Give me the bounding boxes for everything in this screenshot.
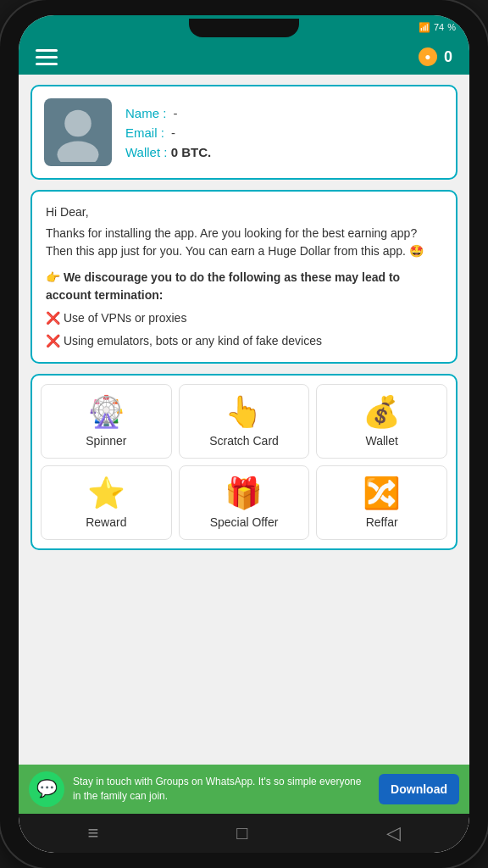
reffar-button[interactable]: 🔀 Reffar xyxy=(316,465,447,540)
menu-button[interactable] xyxy=(36,49,58,65)
grid-card: 🎡 Spinner 👆 Scratch Card 💰 Wallet ⭐ Rewa… xyxy=(30,374,458,550)
special-offer-icon: 🎁 xyxy=(225,478,263,509)
app-header: ● 0 xyxy=(19,39,469,75)
special-offer-button[interactable]: 🎁 Special Offer xyxy=(179,465,310,540)
coin-area: ● 0 xyxy=(419,47,452,66)
warning-item-1: ❌ Use of VPNs or proxies xyxy=(46,309,442,327)
svg-point-1 xyxy=(58,142,99,163)
greeting: Hi Dear, xyxy=(46,203,442,221)
name-row: Name : - xyxy=(125,106,211,120)
coin-count: 0 xyxy=(444,48,452,66)
avatar xyxy=(44,98,112,166)
main-content: Name : - Email : - Wallet : 0 BTC. Hi De… xyxy=(19,75,469,765)
spinner-label: Spinner xyxy=(86,434,126,448)
svg-point-0 xyxy=(64,110,92,137)
wallet-button[interactable]: 💰 Wallet xyxy=(316,384,447,459)
bottom-nav: ≡ □ ◁ xyxy=(19,814,469,853)
battery-icon: 74 xyxy=(434,22,444,32)
nav-back-icon[interactable]: ◁ xyxy=(386,822,401,844)
scratch-card-button[interactable]: 👆 Scratch Card xyxy=(179,384,310,459)
reffar-icon: 🔀 xyxy=(363,478,401,509)
coin-icon: ● xyxy=(419,47,437,66)
whatsapp-icon: 💬 xyxy=(29,771,64,807)
scratch-card-label: Scratch Card xyxy=(209,434,279,448)
wallet-row: Wallet : 0 BTC. xyxy=(125,145,211,159)
download-button[interactable]: Download xyxy=(379,774,459,804)
special-offer-label: Special Offer xyxy=(210,515,279,529)
reward-label: Reward xyxy=(86,515,126,529)
reward-button[interactable]: ⭐ Reward xyxy=(41,465,172,540)
profile-info: Name : - Email : - Wallet : 0 BTC. xyxy=(125,106,211,159)
signal-icon: 📶 xyxy=(419,22,430,33)
message-body: Thanks for installing the app. Are you l… xyxy=(46,225,442,260)
reward-icon: ⭐ xyxy=(87,478,125,509)
scratch-card-icon: 👆 xyxy=(225,397,263,427)
profile-card: Name : - Email : - Wallet : 0 BTC. xyxy=(30,85,458,180)
warning-item-2: ❌ Using emulators, bots or any kind of f… xyxy=(46,332,442,350)
wallet-icon: 💰 xyxy=(363,397,401,427)
email-row: Email : - xyxy=(125,125,211,140)
wallet-label: Wallet xyxy=(365,434,397,448)
ad-banner: 💬 Stay in touch with Groups on WhatsApp.… xyxy=(19,765,469,814)
status-icons: 📶 74% xyxy=(419,22,456,33)
ad-text: Stay in touch with Groups on WhatsApp. I… xyxy=(73,775,370,804)
spinner-icon: 🎡 xyxy=(87,397,125,427)
svg-text:💬: 💬 xyxy=(36,778,58,798)
nav-menu-icon[interactable]: ≡ xyxy=(87,822,98,844)
nav-home-icon[interactable]: □ xyxy=(236,822,247,844)
reffar-label: Reffar xyxy=(366,515,398,529)
feature-grid: 🎡 Spinner 👆 Scratch Card 💰 Wallet ⭐ Rewa… xyxy=(41,384,447,540)
message-card: Hi Dear, Thanks for installing the app. … xyxy=(30,190,458,364)
warning-intro: 👉 We discourage you to do the following … xyxy=(46,269,442,304)
spinner-button[interactable]: 🎡 Spinner xyxy=(41,384,172,459)
